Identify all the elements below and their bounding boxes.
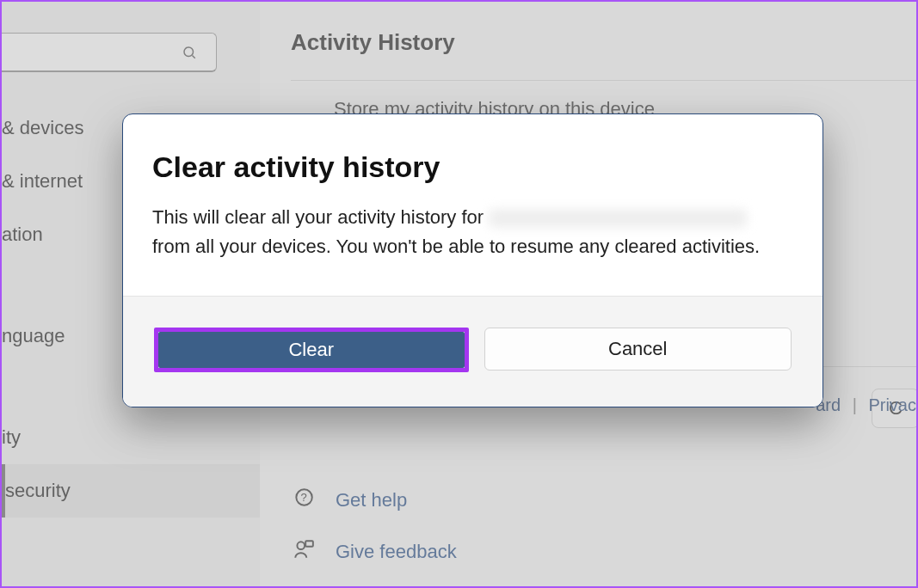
dialog-actions: Clear Cancel <box>123 296 823 407</box>
redacted-account <box>489 209 747 228</box>
clear-activity-dialog: Clear activity history This will clear a… <box>122 113 823 407</box>
clear-button[interactable]: Clear <box>158 332 465 368</box>
clear-button-highlight: Clear <box>154 328 469 372</box>
dialog-body: Clear activity history This will clear a… <box>123 114 823 296</box>
dialog-text-after: from all your devices. You won't be able… <box>152 236 760 257</box>
dialog-text-before: This will clear all your activity histor… <box>152 206 489 228</box>
dialog-message: This will clear all your activity histor… <box>152 203 788 261</box>
dialog-title: Clear activity history <box>152 150 788 184</box>
cancel-button[interactable]: Cancel <box>484 328 792 371</box>
